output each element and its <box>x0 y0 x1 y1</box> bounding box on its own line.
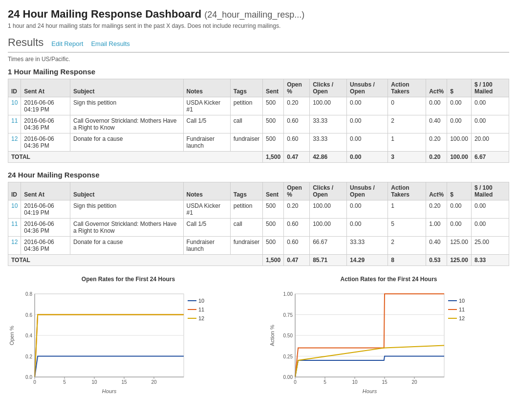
cell-per100: 25.00 <box>471 237 509 255</box>
cell-action-takers: 2 <box>388 115 426 133</box>
col-id: ID <box>8 79 21 97</box>
edit-report-button[interactable]: Edit Report <box>51 40 83 47</box>
svg-text:12: 12 <box>198 315 204 321</box>
cell-action-takers: 5 <box>388 219 426 237</box>
col-unsubs-open: Unsubs / Open <box>347 182 388 200</box>
cell-subject: Donate for a cause <box>70 237 184 255</box>
cell-clicks-open: 33.33 <box>310 133 347 152</box>
cell-act-pct: 0.40 <box>426 237 447 255</box>
svg-text:5: 5 <box>63 379 66 385</box>
svg-text:5: 5 <box>323 379 326 385</box>
svg-text:0.50: 0.50 <box>283 333 293 338</box>
cell-id: 10 <box>8 200 21 219</box>
cell-clicks-open: 100.00 <box>310 97 347 115</box>
timezone-note: Times are in US/Pacific. <box>8 56 509 63</box>
cell-unsubs-open: 0.00 <box>347 115 388 133</box>
chart1-wrapper: Open Rates for the First 24 Hours 0.00.2… <box>8 276 249 396</box>
svg-text:Hours: Hours <box>363 388 377 394</box>
cell-tags: call <box>230 219 262 237</box>
chart2-svg: 0.000.250.500.751.0005101520Action %Hour… <box>268 287 478 394</box>
col-sent-at: Sent At <box>21 79 70 97</box>
cell-open-pct: 0.60 <box>284 237 310 255</box>
cell-per100: 0.00 <box>471 200 509 219</box>
cell-total-label: TOTAL <box>8 255 263 266</box>
cell-notes: USDA Kicker #1 <box>183 97 230 115</box>
cell-id: 12 <box>8 237 21 255</box>
cell-total-clicks-open: 42.86 <box>310 152 347 163</box>
cell-sent-at: 2016-06-06 04:19 PM <box>21 200 70 219</box>
table-row: 11 2016-06-06 04:36 PM Call Governor Str… <box>8 219 509 237</box>
col-dollars: $ <box>447 182 472 200</box>
cell-action-takers: 0 <box>388 97 426 115</box>
cell-dollars: 100.00 <box>447 133 472 152</box>
col-act-pct: Act% <box>426 182 447 200</box>
col-open-pct: Open % <box>284 79 310 97</box>
cell-total-act-pct: 0.53 <box>426 255 447 266</box>
col-act-pct: Act% <box>426 79 447 97</box>
cell-act-pct: 1.00 <box>426 219 447 237</box>
cell-dollars: 0.00 <box>447 219 472 237</box>
cell-notes: Call 1/5 <box>183 219 230 237</box>
cell-total-sent: 1,500 <box>263 255 284 266</box>
cell-sent: 500 <box>263 115 284 133</box>
cell-id: 10 <box>8 97 21 115</box>
cell-total-open-pct: 0.47 <box>284 152 310 163</box>
cell-act-pct: 0.20 <box>426 200 447 219</box>
cell-act-pct: 0.00 <box>426 97 447 115</box>
col-tags: Tags <box>230 182 262 200</box>
cell-action-takers: 1 <box>388 133 426 152</box>
col-subject: Subject <box>70 182 184 200</box>
page-title: 24 Hour Mailing Response Dashboard (24_h… <box>8 8 509 21</box>
col-clicks-open: Clicks / Open <box>310 79 347 97</box>
table-row: 12 2016-06-06 04:36 PM Donate for a caus… <box>8 237 509 255</box>
svg-text:0.00: 0.00 <box>283 375 293 380</box>
cell-dollars: 0.00 <box>447 97 472 115</box>
cell-sent: 500 <box>263 237 284 255</box>
cell-total-dollars: 100.00 <box>447 152 472 163</box>
col-subject: Subject <box>70 79 184 97</box>
cell-clicks-open: 66.67 <box>310 237 347 255</box>
svg-text:11: 11 <box>198 307 204 312</box>
svg-text:0.0: 0.0 <box>25 375 32 380</box>
cell-open-pct: 0.20 <box>284 200 310 219</box>
cell-id: 11 <box>8 219 21 237</box>
svg-text:0: 0 <box>33 379 36 385</box>
cell-total-open-pct: 0.47 <box>284 255 310 266</box>
cell-subject: Call Governor Strickland: Mothers Have a… <box>70 219 184 237</box>
page-subtitle: 1 hour and 24 hour mailing stats for mai… <box>8 22 509 29</box>
svg-text:15: 15 <box>382 379 388 385</box>
cell-total-dollars: 125.00 <box>447 255 472 266</box>
cell-tags: petition <box>230 200 262 219</box>
cell-sent: 500 <box>263 133 284 152</box>
cell-sent-at: 2016-06-06 04:36 PM <box>21 133 70 152</box>
charts-container: Open Rates for the First 24 Hours 0.00.2… <box>8 276 509 396</box>
cell-clicks-open: 100.00 <box>310 200 347 219</box>
email-results-button[interactable]: Email Results <box>91 40 129 47</box>
cell-sent: 500 <box>263 97 284 115</box>
svg-text:Action %: Action % <box>269 325 275 346</box>
cell-total-sent: 1,500 <box>263 152 284 163</box>
table-row: 10 2016-06-06 04:19 PM Sign this petitio… <box>8 200 509 219</box>
cell-sent-at: 2016-06-06 04:19 PM <box>21 97 70 115</box>
col-clicks-open: Clicks / Open <box>310 182 347 200</box>
cell-total-action-takers: 3 <box>388 152 426 163</box>
cell-unsubs-open: 0.00 <box>347 97 388 115</box>
cell-sent: 500 <box>263 200 284 219</box>
svg-text:11: 11 <box>459 307 465 312</box>
col-notes: Notes <box>183 182 230 200</box>
cell-subject: Sign this petition <box>70 97 184 115</box>
cell-per100: 0.00 <box>471 97 509 115</box>
col-notes: Notes <box>183 79 230 97</box>
cell-action-takers: 1 <box>388 200 426 219</box>
cell-notes: USDA Kicker #1 <box>183 200 230 219</box>
cell-subject: Call Governor Strickland: Mothers Have a… <box>70 115 184 133</box>
cell-notes: Call 1/5 <box>183 115 230 133</box>
svg-text:1.00: 1.00 <box>283 291 293 297</box>
svg-text:0: 0 <box>294 379 297 385</box>
cell-unsubs-open: 0.00 <box>347 219 388 237</box>
svg-text:0.4: 0.4 <box>25 333 32 338</box>
cell-total-action-takers: 8 <box>388 255 426 266</box>
cell-total-clicks-open: 85.71 <box>310 255 347 266</box>
cell-total-per100: 6.67 <box>471 152 509 163</box>
table1-section-title: 1 Hour Mailing Response <box>8 67 509 76</box>
